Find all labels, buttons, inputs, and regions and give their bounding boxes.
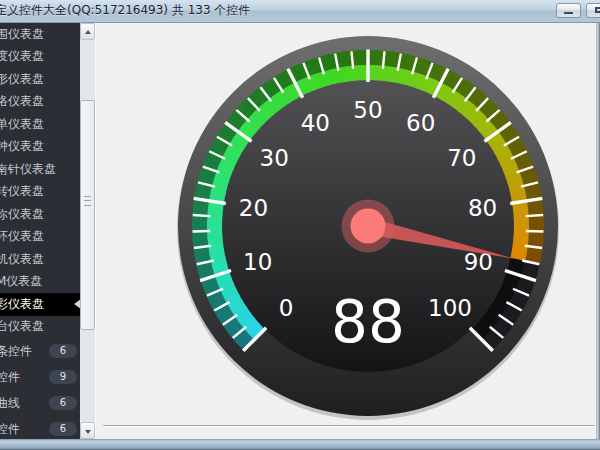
sidebar-item[interactable]: 度仪表盘 [0,46,80,69]
sidebar-item-label: 单仪表盘 [0,116,44,133]
sidebar-item[interactable]: 机仪表盘 [0,248,80,271]
sidebar-item-label: 围仪表盘 [0,26,44,43]
sidebar-item[interactable]: 条控件6 [0,338,80,364]
count-badge: 9 [49,370,77,384]
sidebar-item-label: 控件 [0,421,20,438]
main-panel [96,23,600,439]
scroll-up-button[interactable] [80,23,95,40]
scrollbar-grip-icon [84,196,91,206]
sidebar-item[interactable]: 环仪表盘 [0,226,80,249]
sidebar-item[interactable]: 控件6 [0,416,80,439]
sidebar-item[interactable]: 单仪表盘 [0,113,80,136]
sidebar-item[interactable]: 钟仪表盘 [0,136,80,159]
sidebar-item-label: 环仪表盘 [0,228,44,245]
sidebar-item-label: 络仪表盘 [0,93,44,110]
arrow-up-icon [85,30,91,34]
sidebar-item[interactable]: 围仪表盘 [0,23,80,46]
sidebar-item[interactable]: 转仪表盘 [0,181,80,204]
maximize-icon [595,7,600,13]
maximize-button[interactable] [586,3,600,18]
minimize-icon [564,12,573,14]
scrollbar-thumb[interactable] [80,100,95,330]
sidebar-item[interactable]: 台仪表盘 [0,316,80,339]
sidebar-item-label: 度仪表盘 [0,48,44,65]
sidebar-item[interactable]: 彩仪表盘 [0,293,80,316]
window-border-right [596,23,600,439]
sidebar-item[interactable]: 控件9 [0,364,80,390]
sidebar-item-label: 形仪表盘 [0,71,44,88]
sidebar-item-label: 彩仪表盘 [0,296,44,313]
sidebar-item-label: 控件 [0,369,20,386]
sidebar-item-label: 南针仪表盘 [0,161,56,178]
titlebar[interactable]: 定义控件大全(QQ:517216493) 共 133 个控件 [0,0,600,22]
scroll-down-button[interactable] [80,422,95,439]
sidebar-item[interactable]: 络仪表盘 [0,91,80,114]
window-title: 定义控件大全(QQ:517216493) 共 133 个控件 [0,0,250,22]
sidebar-item[interactable]: 曲线6 [0,390,80,416]
sidebar-item[interactable]: M仪表盘 [0,271,80,294]
minimize-button[interactable] [556,3,581,18]
sidebar: 围仪表盘度仪表盘形仪表盘络仪表盘单仪表盘钟仪表盘南针仪表盘转仪表盘你仪表盘环仪表… [0,23,80,439]
sidebar-item-label: 钟仪表盘 [0,138,44,155]
sidebar-item-label: 转仪表盘 [0,183,44,200]
sidebar-item[interactable]: 形仪表盘 [0,68,80,91]
sidebar-item[interactable]: 你仪表盘 [0,203,80,226]
count-badge: 6 [49,344,77,358]
titlebar-divider [0,22,600,23]
sidebar-item-label: 台仪表盘 [0,318,44,335]
arrow-down-icon [85,430,91,434]
sidebar-item-label: 机仪表盘 [0,251,44,268]
horizontal-scrollbar[interactable] [103,425,595,427]
sidebar-item[interactable]: 南针仪表盘 [0,158,80,181]
sidebar-item-label: 曲线 [0,395,20,412]
count-badge: 6 [49,396,77,410]
sidebar-item-label: 你仪表盘 [0,206,44,223]
sidebar-scrollbar[interactable] [80,23,96,439]
window-border-bottom [0,439,600,450]
count-badge: 6 [49,422,77,436]
sidebar-item-label: M仪表盘 [0,273,42,290]
sidebar-item-label: 条控件 [0,343,32,360]
